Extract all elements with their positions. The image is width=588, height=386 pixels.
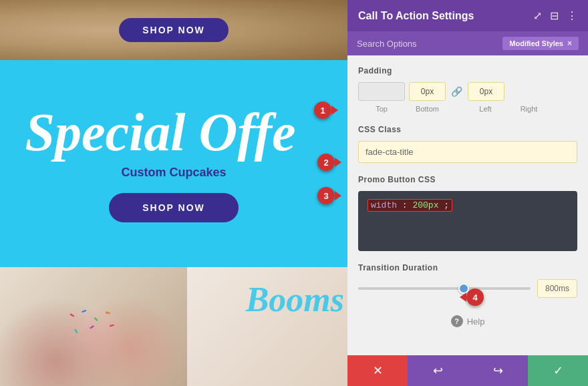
panel-title: Call To Action Settings [358, 10, 474, 22]
panel-body: Padding 🔗 Top Bottom Left Right CSS Clas… [347, 55, 588, 355]
redo-button[interactable]: ↪ [468, 355, 528, 386]
promo-css-section: Promo Button CSS width : 200px ; [358, 175, 577, 251]
padding-top-label: Top [358, 105, 405, 113]
padding-labels-row: Top Bottom Left Right [358, 105, 577, 113]
annotation-1: 1 [314, 102, 331, 119]
annotation-bubble-1: 1 [314, 102, 331, 119]
modified-styles-text: Modified Styles [509, 39, 563, 47]
help-icon[interactable]: ? [451, 315, 463, 327]
modified-styles-badge: Modified Styles × [502, 37, 579, 50]
cancel-button[interactable]: ✕ [347, 355, 408, 386]
cupcake-image-right: Booms [187, 267, 347, 386]
annotation-arrow-4 [460, 293, 466, 302]
padding-bottom-input[interactable] [409, 82, 446, 101]
bottom-section: Booms [0, 267, 347, 386]
padding-section: Padding 🔗 Top Bottom Left Right [358, 66, 577, 113]
padding-label: Padding [358, 66, 577, 75]
annotation-bubble-4: 4 [466, 288, 484, 306]
svg-rect-3 [106, 312, 110, 315]
undo-button[interactable]: ↩ [408, 355, 468, 386]
badge-close-button[interactable]: × [567, 39, 572, 48]
code-value: 200px [412, 200, 438, 210]
css-class-input[interactable] [358, 141, 577, 163]
padding-left-input[interactable] [468, 82, 504, 101]
search-options-label: Search Options [357, 39, 417, 49]
more-icon[interactable]: ⋮ [567, 9, 577, 22]
panel-footer: ✕ ↩ ↪ ✓ [347, 355, 588, 386]
transition-label: Transition Duration [358, 263, 577, 272]
slider-track[interactable] [358, 287, 531, 290]
padding-left-label: Left [467, 105, 504, 113]
panel-header: Call To Action Settings ⤢ ⊟ ⋮ [347, 0, 588, 31]
css-class-label: CSS Class [358, 125, 577, 134]
code-highlight: width : 200px ; [368, 199, 452, 212]
annotation-bubble-2: 2 [317, 154, 335, 171]
shop-now-top-button[interactable]: SHOP NOW [119, 18, 229, 42]
padding-top-input[interactable] [358, 82, 405, 101]
save-button[interactable]: ✓ [528, 355, 588, 386]
svg-rect-5 [74, 329, 78, 333]
annotation-3: 3 [317, 187, 335, 204]
svg-rect-2 [94, 317, 98, 322]
padding-bottom-label: Bottom [409, 105, 446, 113]
slider-fill [358, 287, 462, 290]
svg-rect-1 [82, 310, 87, 313]
duration-input[interactable] [537, 279, 577, 298]
code-property: width [371, 200, 397, 210]
coffee-background: SHOP NOW [0, 0, 347, 60]
left-panel: SHOP NOW Special Offe Custom Cupcakes SH… [0, 0, 347, 386]
expand-icon[interactable]: ⤢ [533, 9, 542, 22]
annotation-2: 2 [317, 154, 335, 171]
main-section: Special Offe Custom Cupcakes SHOP NOW [0, 60, 347, 267]
annotation-4: 4 [466, 288, 484, 306]
top-section: SHOP NOW [0, 0, 347, 60]
search-bar: Search Options Modified Styles × [347, 31, 588, 55]
help-row: ? Help [358, 310, 577, 333]
special-offer-text: Special Offe [25, 106, 295, 159]
sprinkles-decoration [37, 303, 150, 350]
code-editor[interactable]: width : 200px ; [358, 191, 577, 251]
code-semicolon: ; [444, 200, 449, 210]
right-panel: Call To Action Settings ⤢ ⊟ ⋮ Search Opt… [347, 0, 588, 386]
padding-fields: 🔗 [358, 82, 577, 101]
booms-text: Booms [246, 280, 344, 319]
code-colon: : [402, 200, 413, 210]
annotation-bubble-3: 3 [317, 187, 335, 204]
padding-right-label: Right [510, 105, 547, 113]
custom-cupcakes-text: Custom Cupcakes [121, 166, 226, 180]
shop-now-bottom-button[interactable]: SHOP NOW [109, 193, 239, 222]
svg-rect-0 [69, 314, 74, 318]
columns-icon[interactable]: ⊟ [550, 9, 559, 22]
cupcake-image-left [0, 267, 187, 386]
link-icon: 🔗 [450, 86, 464, 97]
svg-rect-6 [110, 325, 114, 327]
header-icons: ⤢ ⊟ ⋮ [533, 9, 577, 22]
help-text: Help [467, 317, 485, 327]
code-line: width : 200px ; [368, 200, 568, 210]
css-class-section: CSS Class [358, 125, 577, 163]
promo-css-label: Promo Button CSS [358, 175, 577, 184]
svg-rect-4 [90, 325, 94, 329]
